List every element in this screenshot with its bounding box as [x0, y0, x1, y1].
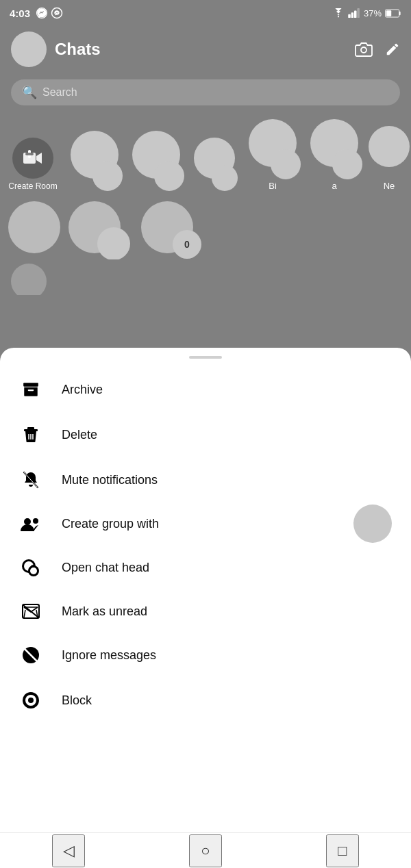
- camera-icon: [355, 42, 373, 57]
- menu-item-chat-head[interactable]: Open chat head: [0, 545, 411, 590]
- battery-text: 37%: [364, 8, 382, 18]
- svg-point-36: [28, 698, 34, 703]
- menu-item-block[interactable]: Block: [0, 678, 411, 723]
- status-right: 37%: [332, 8, 401, 18]
- chat-head-label: Open chat head: [62, 561, 149, 575]
- archive-label: Archive: [62, 383, 103, 397]
- create-room-item[interactable]: Create Room: [8, 138, 58, 191]
- bottom-sheet: Archive Delete: [0, 348, 411, 868]
- create-group-label: Create group with: [62, 517, 159, 531]
- create-room-label: Create Room: [8, 181, 57, 191]
- back-button[interactable]: ◁: [52, 834, 85, 867]
- group-contact-avatar: [353, 505, 392, 543]
- contact-item-bi[interactable]: Bi: [245, 119, 300, 191]
- top-bar: Chats: [0, 25, 411, 74]
- contact-big-2-small: [97, 227, 130, 259]
- contact-item-3[interactable]: [190, 138, 238, 191]
- block-label: Block: [62, 693, 92, 708]
- svg-rect-5: [354, 11, 357, 18]
- compose-icon: [385, 42, 400, 57]
- svg-rect-12: [25, 153, 34, 155]
- menu-item-delete[interactable]: Delete: [0, 412, 411, 457]
- nav-bar: ◁ ○ □: [0, 832, 411, 868]
- handle-bar: [189, 356, 222, 359]
- chat-avatar-peek: [11, 264, 47, 295]
- svg-point-9: [361, 47, 366, 53]
- svg-rect-13: [23, 383, 38, 386]
- svg-rect-6: [357, 8, 360, 18]
- video-add-icon: [23, 150, 42, 166]
- mark-unread-icon: [19, 604, 42, 619]
- contact-avatar-small-1: [92, 161, 123, 191]
- top-bar-actions: [355, 42, 400, 57]
- create-room-icon: [12, 138, 53, 179]
- svg-rect-4: [351, 12, 354, 18]
- mute-label: Mute notifications: [62, 473, 158, 487]
- camera-button[interactable]: [355, 42, 373, 57]
- svg-point-2: [338, 16, 339, 17]
- ignore-icon: [19, 646, 42, 664]
- contacts-row-2: 0: [0, 198, 411, 259]
- status-bar: 4:03: [0, 0, 411, 25]
- contact-label-a: a: [332, 181, 336, 191]
- user-avatar[interactable]: [11, 31, 47, 67]
- svg-rect-14: [24, 429, 38, 431]
- menu-item-mute[interactable]: Mute notifications: [0, 457, 411, 502]
- contact-avatar-small-3: [212, 165, 238, 191]
- contact-big-3-count: 0: [173, 230, 201, 259]
- delete-label: Delete: [62, 428, 97, 442]
- recent-button[interactable]: □: [326, 834, 359, 867]
- contact-avatar-small-bi: [271, 149, 301, 179]
- sheet-handle: [0, 348, 411, 361]
- contact-item-a[interactable]: a: [307, 119, 362, 191]
- contact-big-1[interactable]: [8, 201, 60, 253]
- svg-rect-8: [386, 10, 391, 16]
- contact-item-ne[interactable]: Ne: [369, 126, 410, 191]
- group-icon: [19, 516, 42, 531]
- home-icon: ○: [201, 842, 210, 860]
- archive-icon: [19, 381, 42, 398]
- chat-list-peek: [0, 259, 411, 295]
- signal-icon: [348, 8, 360, 18]
- page-title: Chats: [55, 40, 347, 59]
- home-button[interactable]: ○: [189, 834, 222, 867]
- chat-head-icon: [19, 559, 42, 576]
- block-icon: [19, 691, 42, 709]
- menu-item-archive[interactable]: Archive: [0, 367, 411, 412]
- search-text: Search: [42, 86, 77, 99]
- menu-item-mark-unread[interactable]: Mark as unread: [0, 590, 411, 633]
- search-input-wrap[interactable]: 🔍 Search: [11, 79, 400, 105]
- contact-avatar-ne: [369, 126, 410, 167]
- back-icon: ◁: [63, 842, 75, 860]
- svg-rect-3: [348, 14, 351, 18]
- contact-item-1[interactable]: [67, 131, 122, 191]
- menu-item-ignore[interactable]: Ignore messages: [0, 633, 411, 678]
- search-bar: 🔍 Search: [0, 74, 411, 114]
- contact-item-2[interactable]: [129, 131, 184, 191]
- contact-label-bi: Bi: [269, 181, 277, 191]
- contact-label-ne: Ne: [384, 181, 395, 191]
- svg-point-21: [33, 518, 38, 524]
- delete-icon: [19, 426, 42, 444]
- status-icons: [36, 7, 63, 19]
- search-icon: 🔍: [22, 85, 37, 100]
- contact-avatar-small-2: [154, 161, 184, 191]
- contacts-area: Create Room Bi: [0, 114, 411, 198]
- ignore-label: Ignore messages: [62, 648, 156, 663]
- context-menu: Archive Delete: [0, 361, 411, 723]
- messenger-logo-icon: [51, 7, 63, 19]
- menu-item-create-group[interactable]: Create group with: [0, 502, 411, 545]
- wifi-icon: [332, 8, 345, 18]
- messenger-icon: [36, 7, 48, 19]
- contact-avatar-small-a: [332, 149, 362, 179]
- recent-icon: □: [338, 842, 347, 860]
- compose-button[interactable]: [385, 42, 400, 57]
- status-time: 4:03: [10, 8, 30, 19]
- mute-icon: [19, 471, 42, 489]
- svg-point-20: [24, 518, 31, 525]
- svg-point-25: [30, 567, 37, 574]
- mark-unread-label: Mark as unread: [62, 604, 147, 619]
- battery-icon: [385, 9, 401, 18]
